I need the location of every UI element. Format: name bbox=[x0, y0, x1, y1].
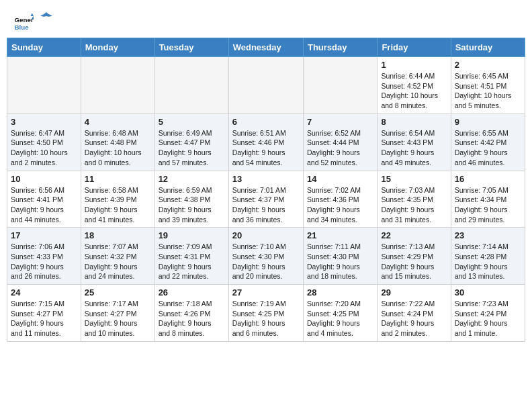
weekday-header-friday: Friday bbox=[378, 38, 451, 57]
calendar-cell: 9Sunrise: 6:55 AM Sunset: 4:42 PM Daylig… bbox=[451, 113, 525, 171]
day-number: 22 bbox=[381, 230, 447, 240]
calendar-week-row: 17Sunrise: 7:06 AM Sunset: 4:33 PM Dayli… bbox=[7, 228, 525, 285]
calendar-cell: 6Sunrise: 6:51 AM Sunset: 4:46 PM Daylig… bbox=[228, 113, 303, 171]
day-info: Sunrise: 7:13 AM Sunset: 4:29 PM Dayligh… bbox=[381, 242, 447, 281]
calendar-cell: 21Sunrise: 7:11 AM Sunset: 4:30 PM Dayli… bbox=[303, 228, 377, 285]
calendar-cell: 28Sunrise: 7:20 AM Sunset: 4:25 PM Dayli… bbox=[303, 285, 377, 342]
day-number: 15 bbox=[381, 174, 447, 184]
day-number: 3 bbox=[11, 117, 77, 127]
calendar-wrapper: SundayMondayTuesdayWednesdayThursdayFrid… bbox=[0, 38, 532, 349]
day-number: 26 bbox=[159, 287, 225, 298]
day-info: Sunrise: 6:44 AM Sunset: 4:52 PM Dayligh… bbox=[381, 71, 447, 111]
day-number: 4 bbox=[85, 117, 151, 127]
day-info: Sunrise: 7:15 AM Sunset: 4:27 PM Dayligh… bbox=[11, 299, 77, 338]
calendar-cell: 23Sunrise: 7:14 AM Sunset: 4:28 PM Dayli… bbox=[451, 228, 525, 285]
day-number: 27 bbox=[232, 287, 300, 298]
day-info: Sunrise: 7:20 AM Sunset: 4:25 PM Dayligh… bbox=[307, 299, 373, 338]
calendar-cell: 25Sunrise: 7:17 AM Sunset: 4:27 PM Dayli… bbox=[81, 285, 154, 342]
day-info: Sunrise: 6:58 AM Sunset: 4:39 PM Dayligh… bbox=[85, 185, 151, 225]
calendar-cell: 12Sunrise: 6:59 AM Sunset: 4:38 PM Dayli… bbox=[154, 171, 228, 228]
day-info: Sunrise: 6:56 AM Sunset: 4:41 PM Dayligh… bbox=[11, 185, 77, 225]
weekday-header-saturday: Saturday bbox=[451, 38, 525, 57]
day-info: Sunrise: 7:03 AM Sunset: 4:35 PM Dayligh… bbox=[381, 185, 447, 225]
calendar-cell: 14Sunrise: 7:02 AM Sunset: 4:36 PM Dayli… bbox=[303, 171, 377, 228]
day-number: 18 bbox=[85, 230, 151, 240]
day-number: 30 bbox=[455, 287, 521, 298]
calendar-cell: 24Sunrise: 7:15 AM Sunset: 4:27 PM Dayli… bbox=[7, 285, 81, 342]
day-info: Sunrise: 7:10 AM Sunset: 4:30 PM Dayligh… bbox=[232, 242, 300, 281]
calendar-cell: 1Sunrise: 6:44 AM Sunset: 4:52 PM Daylig… bbox=[378, 57, 451, 114]
day-info: Sunrise: 7:05 AM Sunset: 4:34 PM Dayligh… bbox=[455, 185, 521, 225]
day-info: Sunrise: 7:23 AM Sunset: 4:24 PM Dayligh… bbox=[455, 299, 521, 338]
day-number: 16 bbox=[455, 174, 521, 184]
day-info: Sunrise: 6:51 AM Sunset: 4:46 PM Dayligh… bbox=[232, 128, 300, 168]
page-header: General Blue bbox=[0, 0, 532, 38]
calendar-cell: 30Sunrise: 7:23 AM Sunset: 4:24 PM Dayli… bbox=[451, 285, 525, 342]
day-info: Sunrise: 7:19 AM Sunset: 4:25 PM Dayligh… bbox=[232, 299, 300, 338]
logo: General Blue bbox=[13, 12, 52, 32]
calendar-cell: 7Sunrise: 6:52 AM Sunset: 4:44 PM Daylig… bbox=[303, 113, 377, 171]
weekday-header-sunday: Sunday bbox=[7, 38, 81, 57]
weekday-header-tuesday: Tuesday bbox=[154, 38, 228, 57]
day-number: 17 bbox=[11, 230, 77, 240]
calendar-cell: 10Sunrise: 6:56 AM Sunset: 4:41 PM Dayli… bbox=[7, 171, 81, 228]
day-number: 29 bbox=[381, 287, 447, 298]
calendar-cell bbox=[154, 57, 228, 114]
day-number: 10 bbox=[11, 174, 77, 184]
calendar-cell: 29Sunrise: 7:22 AM Sunset: 4:24 PM Dayli… bbox=[378, 285, 451, 342]
day-number: 25 bbox=[85, 287, 151, 298]
calendar-cell: 13Sunrise: 7:01 AM Sunset: 4:37 PM Dayli… bbox=[228, 171, 303, 228]
calendar-week-row: 1Sunrise: 6:44 AM Sunset: 4:52 PM Daylig… bbox=[7, 57, 525, 114]
weekday-header-wednesday: Wednesday bbox=[228, 38, 303, 57]
day-info: Sunrise: 7:02 AM Sunset: 4:36 PM Dayligh… bbox=[307, 185, 373, 225]
calendar-cell: 2Sunrise: 6:45 AM Sunset: 4:51 PM Daylig… bbox=[451, 57, 525, 114]
day-info: Sunrise: 7:14 AM Sunset: 4:28 PM Dayligh… bbox=[455, 242, 521, 281]
day-info: Sunrise: 7:07 AM Sunset: 4:32 PM Dayligh… bbox=[85, 242, 151, 281]
calendar-cell: 18Sunrise: 7:07 AM Sunset: 4:32 PM Dayli… bbox=[81, 228, 154, 285]
calendar-cell: 26Sunrise: 7:18 AM Sunset: 4:26 PM Dayli… bbox=[154, 285, 228, 342]
calendar-cell: 11Sunrise: 6:58 AM Sunset: 4:39 PM Dayli… bbox=[81, 171, 154, 228]
day-info: Sunrise: 6:47 AM Sunset: 4:50 PM Dayligh… bbox=[11, 128, 77, 168]
calendar-cell: 15Sunrise: 7:03 AM Sunset: 4:35 PM Dayli… bbox=[378, 171, 451, 228]
day-info: Sunrise: 7:01 AM Sunset: 4:37 PM Dayligh… bbox=[232, 185, 300, 225]
day-info: Sunrise: 6:52 AM Sunset: 4:44 PM Dayligh… bbox=[307, 128, 373, 168]
day-number: 28 bbox=[307, 287, 373, 298]
calendar-cell: 27Sunrise: 7:19 AM Sunset: 4:25 PM Dayli… bbox=[228, 285, 303, 342]
day-number: 12 bbox=[159, 174, 225, 184]
day-info: Sunrise: 6:54 AM Sunset: 4:43 PM Dayligh… bbox=[381, 128, 447, 168]
day-number: 20 bbox=[232, 230, 300, 240]
day-number: 23 bbox=[455, 230, 521, 240]
day-info: Sunrise: 7:17 AM Sunset: 4:27 PM Dayligh… bbox=[85, 299, 151, 338]
day-info: Sunrise: 6:45 AM Sunset: 4:51 PM Dayligh… bbox=[455, 71, 521, 111]
day-number: 9 bbox=[455, 117, 521, 127]
calendar-cell: 3Sunrise: 6:47 AM Sunset: 4:50 PM Daylig… bbox=[7, 113, 81, 171]
calendar-cell: 5Sunrise: 6:49 AM Sunset: 4:47 PM Daylig… bbox=[154, 113, 228, 171]
calendar-cell: 16Sunrise: 7:05 AM Sunset: 4:34 PM Dayli… bbox=[451, 171, 525, 228]
day-number: 14 bbox=[307, 174, 373, 184]
svg-marker-2 bbox=[31, 13, 34, 17]
weekday-header-thursday: Thursday bbox=[303, 38, 377, 57]
calendar-cell: 22Sunrise: 7:13 AM Sunset: 4:29 PM Dayli… bbox=[378, 228, 451, 285]
day-number: 21 bbox=[307, 230, 373, 240]
day-info: Sunrise: 7:09 AM Sunset: 4:31 PM Dayligh… bbox=[159, 242, 225, 281]
calendar-cell: 17Sunrise: 7:06 AM Sunset: 4:33 PM Dayli… bbox=[7, 228, 81, 285]
day-info: Sunrise: 6:48 AM Sunset: 4:48 PM Dayligh… bbox=[85, 128, 151, 168]
day-info: Sunrise: 6:59 AM Sunset: 4:38 PM Dayligh… bbox=[159, 185, 225, 225]
day-number: 1 bbox=[381, 60, 447, 70]
day-number: 2 bbox=[455, 60, 521, 70]
day-number: 5 bbox=[159, 117, 225, 127]
day-number: 24 bbox=[11, 287, 77, 298]
day-number: 13 bbox=[232, 174, 300, 184]
calendar-cell: 20Sunrise: 7:10 AM Sunset: 4:30 PM Dayli… bbox=[228, 228, 303, 285]
calendar-cell bbox=[228, 57, 303, 114]
weekday-header-monday: Monday bbox=[81, 38, 154, 57]
svg-text:General: General bbox=[15, 16, 34, 24]
calendar-week-row: 10Sunrise: 6:56 AM Sunset: 4:41 PM Dayli… bbox=[7, 171, 525, 228]
day-number: 11 bbox=[85, 174, 151, 184]
calendar-cell: 8Sunrise: 6:54 AM Sunset: 4:43 PM Daylig… bbox=[378, 113, 451, 171]
day-number: 7 bbox=[307, 117, 373, 127]
day-number: 19 bbox=[159, 230, 225, 240]
calendar-week-row: 24Sunrise: 7:15 AM Sunset: 4:27 PM Dayli… bbox=[7, 285, 525, 342]
logo-icon: General Blue bbox=[13, 12, 34, 32]
calendar-cell bbox=[81, 57, 154, 114]
